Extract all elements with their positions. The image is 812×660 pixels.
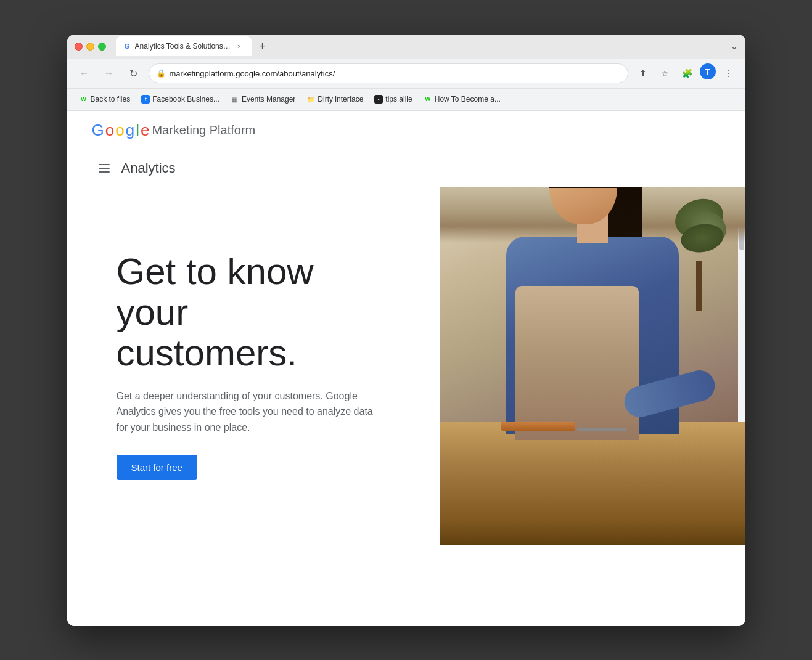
bookmark-facebook[interactable]: f Facebook Busines... <box>136 92 224 106</box>
tab-close-button[interactable]: × <box>235 41 244 51</box>
hamburger-icon <box>99 164 110 173</box>
traffic-lights <box>75 43 106 51</box>
minimize-button[interactable] <box>86 43 94 51</box>
forward-button[interactable]: → <box>99 63 119 83</box>
hero-heading-line1: Get to know <box>117 251 314 292</box>
person-apron <box>515 286 639 440</box>
logo-letter-o1: o <box>105 121 114 140</box>
bookmark-tips-allie[interactable]: ▪ tips allie <box>369 92 417 106</box>
bookmark-back-to-files[interactable]: W Back to files <box>75 92 136 106</box>
logo-letter-e: e <box>141 121 149 140</box>
brand-text: Marketing Platform <box>152 123 255 137</box>
star-icon: ☆ <box>661 68 669 78</box>
chrome-menu-button[interactable]: ⋮ <box>718 63 738 83</box>
back-button[interactable]: ← <box>75 63 94 83</box>
hamburger-line-1 <box>99 164 110 165</box>
chevron-down-icon[interactable]: ⌄ <box>731 41 738 51</box>
analytics-nav: Analytics <box>67 150 745 187</box>
dirty-favicon-icon: 📁 <box>306 95 315 104</box>
table-surface <box>440 422 745 545</box>
tab-bar: G Analytics Tools & Solutions fo... × + <box>116 36 726 56</box>
new-tab-button[interactable]: + <box>254 38 271 55</box>
bookmark-how-to-become[interactable]: W How To Become a... <box>419 92 506 106</box>
refresh-icon: ↻ <box>129 68 137 79</box>
lock-icon: 🔒 <box>157 69 166 78</box>
facebook-favicon-icon: f <box>141 95 150 104</box>
extensions-icon: 🧩 <box>682 68 692 78</box>
extensions-button[interactable]: 🧩 <box>678 63 697 83</box>
hero-scene-bg <box>440 187 745 545</box>
hero-image-area <box>440 187 745 545</box>
bookmark-events-manager[interactable]: ▦ Events Manager <box>226 92 300 106</box>
logo-letter-l: l <box>136 121 139 140</box>
logo-letter-g: G <box>92 121 104 140</box>
hero-content: Get to know your customers. Get a deeper… <box>67 187 440 545</box>
back-icon: ← <box>80 68 89 79</box>
maximize-button[interactable] <box>98 43 106 51</box>
nav-actions: ⬆ ☆ 🧩 T ⋮ <box>633 63 738 83</box>
person-hair-top <box>549 187 617 189</box>
how-favicon-icon: W <box>424 95 432 104</box>
hamburger-button[interactable] <box>92 156 117 181</box>
bookmark-label: tips allie <box>385 95 412 104</box>
hero-heading-line3: customers. <box>117 332 297 373</box>
phone-device <box>501 422 575 431</box>
logo-letter-g2: g <box>126 121 134 140</box>
events-favicon-icon: ▦ <box>231 95 239 104</box>
tips-favicon-icon: ▪ <box>374 95 383 104</box>
google-logo: Google <box>92 121 150 140</box>
tab-title: Analytics Tools & Solutions fo... <box>135 42 231 51</box>
bookmarks-bar: W Back to files f Facebook Busines... ▦ … <box>67 89 745 111</box>
logo-letter-o2: o <box>115 121 124 140</box>
bookmark-dirty-interface[interactable]: 📁 Dirty interface <box>301 92 368 106</box>
forward-icon: → <box>104 68 114 79</box>
bookmark-label: Events Manager <box>242 95 295 104</box>
browser-window: G Analytics Tools & Solutions fo... × + … <box>67 35 745 626</box>
share-icon: ⬆ <box>639 68 647 78</box>
page-content: Google Marketing Platform Analytics Get … <box>67 111 745 626</box>
url-text: marketingplatform.google.com/about/analy… <box>170 69 620 78</box>
hamburger-line-3 <box>99 171 110 173</box>
bookmark-label: Back to files <box>91 95 131 104</box>
wix-favicon-icon: W <box>80 95 88 104</box>
bookmark-label: Facebook Busines... <box>152 95 219 104</box>
hero-section: Get to know your customers. Get a deeper… <box>67 187 745 545</box>
navigation-bar: ← → ↻ 🔒 marketingplatform.google.com/abo… <box>67 59 745 89</box>
profile-initial: T <box>705 67 710 76</box>
hero-heading: Get to know your customers. <box>117 251 403 373</box>
gmp-header: Google Marketing Platform <box>67 111 745 150</box>
share-button[interactable]: ⬆ <box>633 63 653 83</box>
menu-icon: ⋮ <box>724 68 732 78</box>
hamburger-line-2 <box>99 168 110 169</box>
hero-description: Get a deeper understanding of your custo… <box>117 388 375 436</box>
bookmark-label: How To Become a... <box>435 95 501 104</box>
address-bar[interactable]: 🔒 marketingplatform.google.com/about/ana… <box>149 63 628 83</box>
start-for-free-button[interactable]: Start for free <box>117 455 197 480</box>
analytics-title: Analytics <box>121 160 176 176</box>
hero-heading-line2: your <box>117 291 189 333</box>
profile-avatar[interactable]: T <box>700 63 716 79</box>
close-button[interactable] <box>75 43 83 51</box>
refresh-button[interactable]: ↻ <box>124 63 144 83</box>
google-favicon-icon: G <box>125 43 130 50</box>
tab-favicon: G <box>123 42 131 51</box>
bookmark-label: Dirty interface <box>318 95 363 104</box>
plant-stem <box>696 261 702 311</box>
bookmark-button[interactable]: ☆ <box>655 63 675 83</box>
pen-object <box>577 428 626 431</box>
title-bar: G Analytics Tools & Solutions fo... × + … <box>67 35 745 59</box>
active-tab[interactable]: G Analytics Tools & Solutions fo... × <box>116 36 252 56</box>
